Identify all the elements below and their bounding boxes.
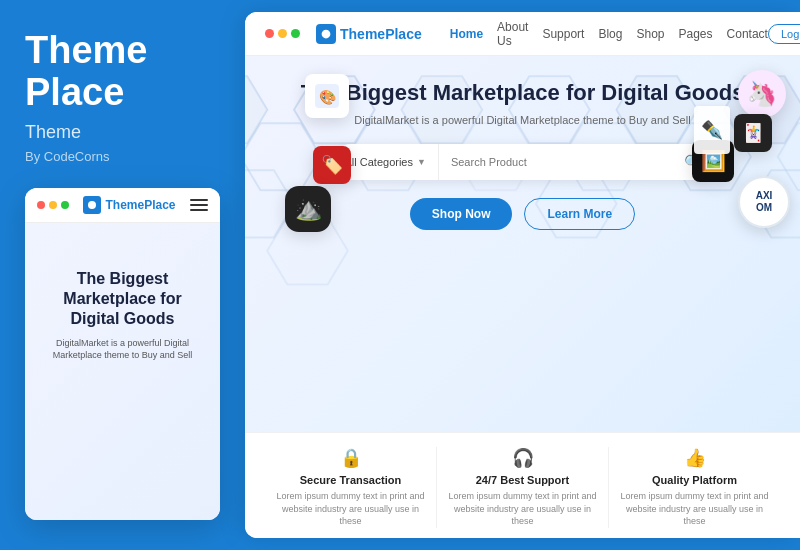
feature-quality-title: Quality Platform: [652, 474, 737, 486]
lock-icon: 🔒: [340, 447, 362, 469]
svg-marker-10: [245, 76, 267, 143]
mobile-hero-section: The Biggest Marketplace for Digital Good…: [25, 223, 220, 520]
hamburger-line-3: [190, 209, 208, 211]
float-product-6: ⛰️: [285, 186, 331, 232]
feature-secure-desc: Lorem ipsum dummy text in print and webs…: [273, 490, 428, 528]
nav-link-about[interactable]: About Us: [497, 20, 528, 48]
chevron-down-icon: ▼: [417, 157, 426, 167]
hero-section: The Biggest Marketplace for Digital Good…: [245, 56, 800, 432]
mobile-hero-desc: DigitalMarket is a powerful Digital Mark…: [39, 337, 206, 362]
feature-secure-title: Secure Transaction: [300, 474, 402, 486]
mobile-logo-text: ThemePlace: [105, 198, 175, 212]
float-product-2: 🦄: [738, 70, 786, 118]
feature-support: 🎧 24/7 Best Support Lorem ipsum dummy te…: [437, 447, 609, 528]
dot-red: [37, 201, 45, 209]
nav-link-contact[interactable]: Contact: [727, 27, 768, 41]
svg-text:🎨: 🎨: [319, 89, 337, 106]
mobile-preview: ThemePlace The Biggest Marketplace: [25, 188, 220, 520]
mobile-hero-title: The Biggest Marketplace for Digital Good…: [39, 269, 206, 329]
dot-green: [61, 201, 69, 209]
nav-logo-icon: [316, 24, 336, 44]
nav-logo[interactable]: ThemePlace: [316, 24, 422, 44]
nav-dot-red: [265, 29, 274, 38]
feature-support-title: 24/7 Best Support: [476, 474, 570, 486]
mobile-logo: ThemePlace: [83, 196, 175, 214]
float-product-4: AXIOM: [738, 176, 790, 228]
sidebar: Theme Place Theme By CodeCorns ThemePlac…: [0, 0, 245, 550]
feature-secure: 🔒 Secure Transaction Lorem ipsum dummy t…: [265, 447, 437, 528]
float-product-5: 🏷️: [313, 146, 351, 184]
features-row: 🔒 Secure Transaction Lorem ipsum dummy t…: [245, 432, 800, 538]
desktop-nav: ThemePlace Home About Us Support Blog Sh…: [245, 12, 800, 56]
search-input[interactable]: [439, 156, 672, 168]
search-category-label: All Categories: [345, 156, 413, 168]
float-product-8: ✒️: [694, 106, 730, 154]
nav-link-shop[interactable]: Shop: [636, 27, 664, 41]
mobile-window-dots: [37, 201, 69, 209]
nav-link-home[interactable]: Home: [450, 27, 483, 41]
hamburger-line-2: [190, 204, 208, 206]
learn-more-button[interactable]: Learn More: [524, 198, 635, 230]
nav-dot-yellow: [278, 29, 287, 38]
hero-subtitle: DigitalMarket is a powerful Digital Mark…: [354, 114, 690, 126]
nav-link-support[interactable]: Support: [542, 27, 584, 41]
nav-window-dots: [265, 29, 300, 38]
nav-links: Home About Us Support Blog Shop Pages Co…: [450, 20, 768, 48]
svg-point-0: [88, 201, 96, 209]
search-bar: All Categories ▼ 🔍: [333, 144, 713, 180]
hamburger-line-1: [190, 199, 208, 201]
feature-support-desc: Lorem ipsum dummy text in print and webs…: [445, 490, 600, 528]
nav-link-blog[interactable]: Blog: [598, 27, 622, 41]
cta-buttons: Shop Now Learn More: [410, 198, 635, 230]
shop-now-button[interactable]: Shop Now: [410, 198, 513, 230]
nav-actions: Login 🛒 0: [768, 23, 800, 44]
nav-logo-text: ThemePlace: [340, 26, 422, 42]
login-button[interactable]: Login: [768, 24, 800, 44]
svg-marker-11: [245, 123, 321, 190]
float-product-1: 🎨: [305, 74, 349, 118]
nav-dot-green: [291, 29, 300, 38]
nav-link-pages[interactable]: Pages: [679, 27, 713, 41]
hero-title: The Biggest Marketplace for Digital Good…: [301, 80, 745, 106]
feature-quality: 👍 Quality Platform Lorem ipsum dummy tex…: [609, 447, 780, 528]
svg-marker-27: [245, 76, 267, 143]
dot-yellow: [49, 201, 57, 209]
svg-point-9: [322, 29, 331, 38]
headset-icon: 🎧: [512, 447, 534, 469]
float-product-3: 🃏: [734, 114, 772, 152]
mobile-logo-icon: [83, 196, 101, 214]
mobile-topbar: ThemePlace: [25, 188, 220, 223]
mobile-hamburger-icon[interactable]: [190, 199, 208, 211]
feature-quality-desc: Lorem ipsum dummy text in print and webs…: [617, 490, 772, 528]
thumbsup-icon: 👍: [684, 447, 706, 469]
svg-marker-21: [778, 123, 800, 190]
main-content: ThemePlace Home About Us Support Blog Sh…: [245, 12, 800, 538]
